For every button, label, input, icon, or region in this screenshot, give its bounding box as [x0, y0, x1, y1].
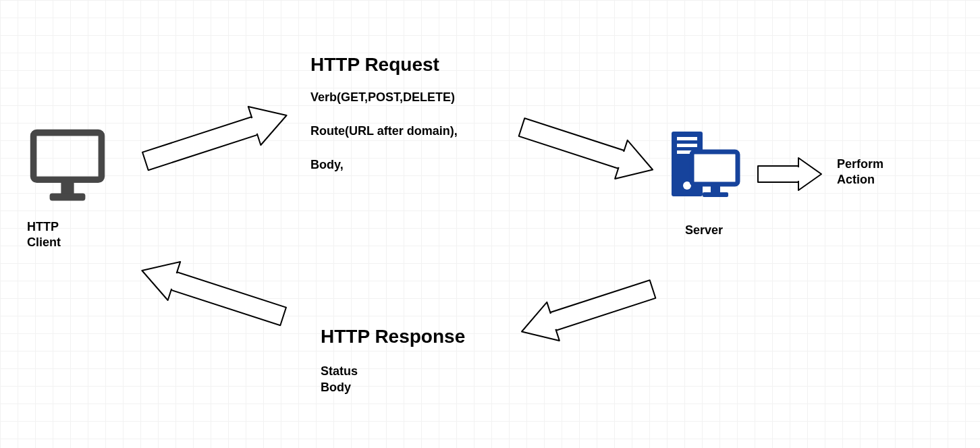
request-verb: Verb(GET,POST,DELETE)	[310, 90, 455, 105]
svg-rect-3	[142, 117, 257, 170]
svg-rect-0	[34, 133, 102, 180]
svg-marker-4	[248, 98, 293, 145]
svg-marker-24	[136, 251, 180, 300]
svg-rect-20	[550, 280, 655, 331]
diagram-canvas: HTTP Client HTTP Request Verb(GET,POST,D…	[0, 0, 980, 448]
arrow-server-to-action	[753, 154, 827, 194]
svg-rect-23	[171, 272, 286, 325]
svg-rect-2	[50, 194, 86, 201]
svg-rect-16	[703, 192, 728, 197]
response-title: HTTP Response	[321, 325, 465, 348]
svg-rect-10	[677, 137, 697, 140]
request-title: HTTP Request	[310, 53, 439, 76]
arrow-response-to-client	[125, 250, 300, 337]
svg-marker-21	[516, 302, 560, 351]
response-body: Body	[321, 380, 351, 395]
server-icon	[665, 132, 746, 206]
request-body: Body,	[310, 157, 344, 173]
client-label: HTTP Client	[27, 219, 61, 250]
server-label: Server	[685, 223, 723, 238]
svg-rect-11	[677, 144, 697, 147]
arrow-server-to-response	[506, 267, 668, 354]
svg-marker-18	[798, 158, 821, 190]
svg-rect-15	[711, 186, 720, 192]
svg-rect-14	[692, 152, 738, 184]
svg-rect-1	[61, 183, 74, 194]
arrow-client-to-request	[128, 98, 304, 179]
action-label: Perform Action	[837, 157, 883, 187]
svg-marker-7	[615, 140, 659, 189]
response-status: Status	[321, 364, 358, 379]
svg-rect-19	[797, 167, 800, 181]
arrow-request-to-server	[506, 105, 668, 192]
request-route: Route(URL after domain),	[310, 123, 458, 139]
svg-rect-17	[758, 166, 798, 182]
monitor-icon	[27, 126, 108, 207]
svg-rect-6	[519, 118, 624, 169]
